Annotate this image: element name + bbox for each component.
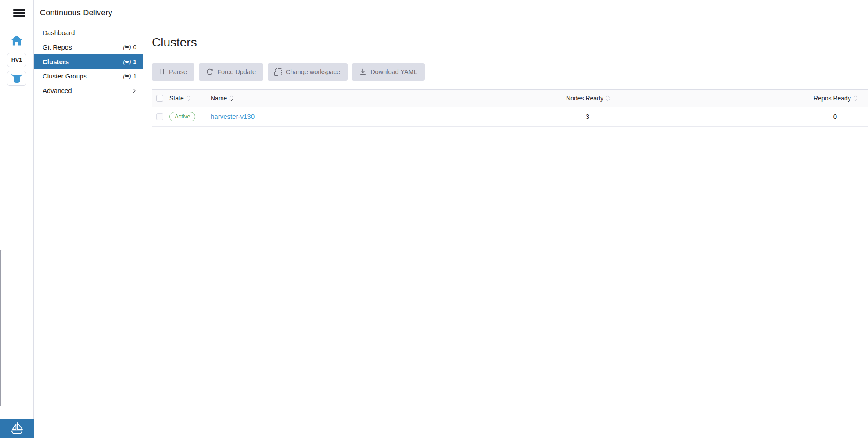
sort-icon xyxy=(606,96,609,100)
hamburger-menu-icon[interactable] xyxy=(13,7,25,18)
clusters-table: State Name Nodes Ready Repos Ready xyxy=(152,89,868,127)
fleet-footer-button[interactable] xyxy=(0,419,34,438)
row-checkbox[interactable] xyxy=(156,113,163,120)
sort-icon-active xyxy=(230,96,233,100)
download-yaml-button[interactable]: Download YAML xyxy=(352,63,425,81)
action-toolbar: Pause Force Update Change workspace Down… xyxy=(152,63,868,81)
bundle-count-icon: () xyxy=(123,74,131,79)
chevron-right-icon xyxy=(130,88,135,93)
top-bar: Continuous Delivery xyxy=(0,0,868,25)
column-header-name[interactable]: Name xyxy=(211,95,555,102)
table-row[interactable]: Active harvester-v130 3 0 xyxy=(152,107,868,127)
bull-icon xyxy=(11,74,23,83)
table-header-row: State Name Nodes Ready Repos Ready xyxy=(152,89,868,107)
sidebar-item-clusters[interactable]: Clusters () 1 xyxy=(34,54,143,69)
side-nav: Dashboard Git Repos () 0 Clusters () 1 C… xyxy=(34,25,143,438)
download-yaml-label: Download YAML xyxy=(370,68,417,75)
change-workspace-label: Change workspace xyxy=(286,68,340,75)
sort-icon xyxy=(854,96,857,100)
sidebar-item-git-repos[interactable]: Git Repos () 0 xyxy=(34,40,143,54)
column-header-nodes-ready[interactable]: Nodes Ready xyxy=(555,95,621,102)
nav-scrollbar-thumb[interactable] xyxy=(0,250,1,406)
nav-label: Advanced xyxy=(43,87,72,94)
select-all-cell xyxy=(152,95,169,102)
home-icon[interactable] xyxy=(11,35,22,46)
cluster-name-link[interactable]: harvester-v130 xyxy=(211,113,255,120)
refresh-icon xyxy=(206,68,213,75)
name-cell: harvester-v130 xyxy=(211,113,555,121)
nav-label: Dashboard xyxy=(43,29,75,36)
nodes-ready-cell: 3 xyxy=(555,113,621,120)
cluster-badge-hv1[interactable]: HV1 xyxy=(7,53,26,67)
nav-label: Git Repos xyxy=(43,43,72,51)
nav-count: 1 xyxy=(133,58,136,65)
nav-count: 0 xyxy=(133,44,136,50)
nav-label: Cluster Groups xyxy=(43,72,87,80)
sidebar-item-advanced[interactable]: Advanced xyxy=(34,83,143,98)
column-header-repos-ready[interactable]: Repos Ready xyxy=(802,95,868,102)
select-all-checkbox[interactable] xyxy=(156,95,163,102)
workspace-icon xyxy=(275,68,282,75)
app-window: Continuous Delivery HV1 Da xyxy=(0,0,868,438)
force-update-label: Force Update xyxy=(217,68,256,75)
change-workspace-button[interactable]: Change workspace xyxy=(268,63,348,81)
rail-divider xyxy=(9,410,28,410)
column-label: Nodes Ready xyxy=(566,95,603,102)
repos-ready-cell: 0 xyxy=(802,113,868,120)
column-label: Name xyxy=(211,95,227,102)
bundle-count-icon: () xyxy=(123,45,131,50)
status-badge: Active xyxy=(169,112,195,121)
icon-rail: HV1 xyxy=(0,25,34,438)
rancher-app-icon[interactable] xyxy=(7,71,26,86)
row-select-cell xyxy=(152,113,169,120)
pause-button[interactable]: Pause xyxy=(152,63,194,81)
sailboat-icon xyxy=(10,422,24,435)
page-title: Clusters xyxy=(152,36,868,50)
sidebar-item-cluster-groups[interactable]: Cluster Groups () 1 xyxy=(34,69,143,83)
sort-icon xyxy=(187,96,190,100)
column-label: Repos Ready xyxy=(814,95,851,102)
force-update-button[interactable]: Force Update xyxy=(199,63,263,81)
app-title: Continuous Delivery xyxy=(40,8,112,17)
column-label: State xyxy=(169,95,184,102)
column-header-state[interactable]: State xyxy=(169,95,211,102)
bundle-count-icon: () xyxy=(123,59,131,64)
download-icon xyxy=(359,68,366,75)
sidebar-item-dashboard[interactable]: Dashboard xyxy=(34,25,143,40)
pause-icon xyxy=(159,68,165,75)
nav-count: 1 xyxy=(133,73,136,79)
nav-label: Clusters xyxy=(43,58,69,65)
state-cell: Active xyxy=(169,112,211,121)
topbar-divider xyxy=(33,0,34,25)
cluster-badge-label: HV1 xyxy=(11,57,22,63)
main-content: Clusters Pause Force Update Change works… xyxy=(143,25,868,438)
pause-label: Pause xyxy=(169,68,187,75)
